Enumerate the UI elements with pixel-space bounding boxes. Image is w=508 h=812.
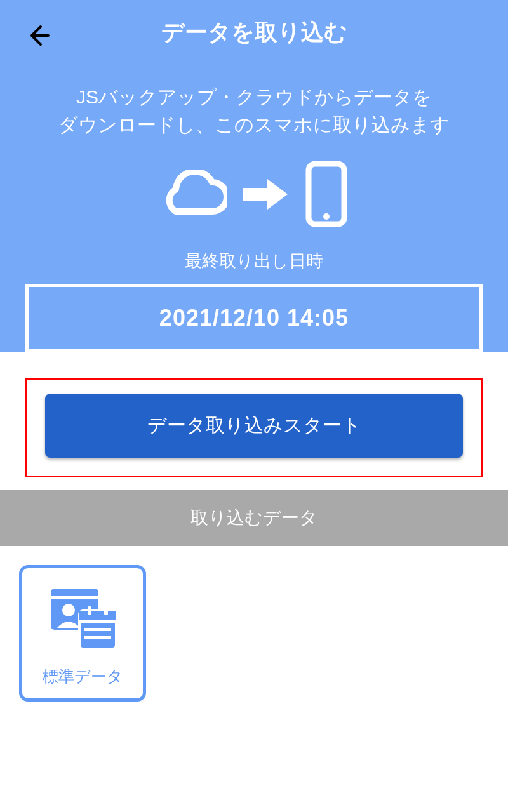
- svg-rect-7: [79, 611, 116, 622]
- subtitle: JSバックアップ・クラウドからデータを ダウンロードし、このスマホに取り込みます: [0, 83, 508, 138]
- section-header: 取り込むデータ: [0, 490, 508, 546]
- svg-point-5: [62, 604, 75, 616]
- smartphone-icon: [304, 161, 349, 227]
- arrow-right-icon: [241, 176, 290, 212]
- transfer-graphic: [0, 161, 508, 227]
- cloud-icon: [160, 170, 227, 218]
- subtitle-line1: JSバックアップ・クラウドからデータを: [76, 86, 432, 107]
- svg-rect-11: [84, 628, 111, 631]
- options-row: 標準データ: [0, 546, 508, 721]
- svg-rect-4: [51, 596, 98, 599]
- subtitle-line2: ダウンロードし、このスマホに取り込みます: [58, 114, 450, 135]
- option-label: 標準データ: [43, 666, 123, 687]
- svg-rect-8: [79, 620, 116, 623]
- arrow-left-icon: [25, 23, 51, 48]
- header-panel: データを取り込む JSバックアップ・クラウドからデータを ダウンロードし、このス…: [0, 0, 508, 352]
- contacts-calendar-icon: [44, 568, 121, 666]
- start-button-highlight: データ取り込みスタート: [25, 378, 483, 477]
- svg-point-1: [323, 213, 330, 220]
- svg-rect-9: [88, 606, 91, 615]
- svg-rect-12: [84, 636, 111, 639]
- page-title: データを取り込む: [161, 17, 347, 48]
- last-export-datetime: 2021/12/10 14:05: [29, 305, 479, 331]
- svg-rect-10: [104, 606, 108, 615]
- option-standard-data[interactable]: 標準データ: [19, 565, 146, 702]
- last-export-datetime-box: 2021/12/10 14:05: [25, 284, 483, 352]
- back-button[interactable]: [25, 23, 51, 51]
- last-export-label: 最終取り出し日時: [0, 250, 508, 272]
- import-start-button[interactable]: データ取り込みスタート: [45, 394, 463, 458]
- header: データを取り込む: [0, 10, 508, 55]
